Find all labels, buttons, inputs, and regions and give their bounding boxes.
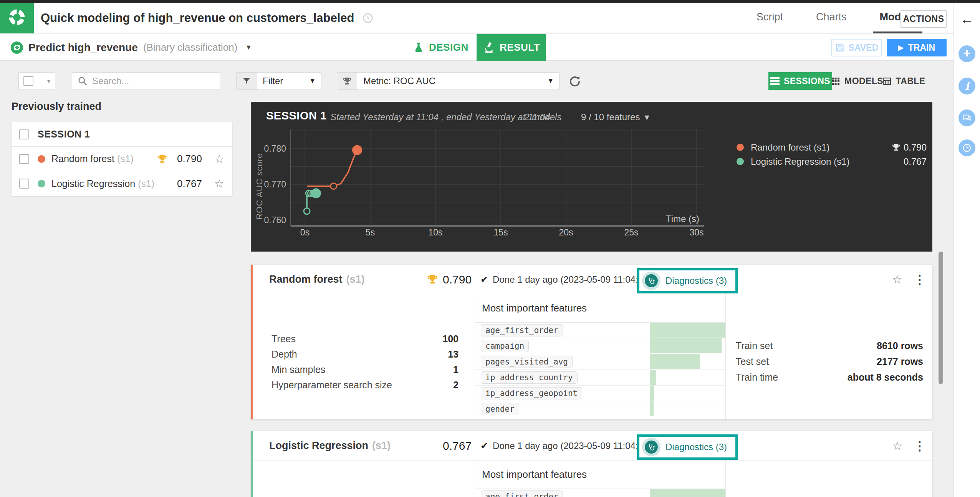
table-label: TABLE: [896, 76, 925, 86]
task-selector[interactable]: Predict high_revenue (Binary classificat…: [11, 34, 252, 61]
diagnostics-link[interactable]: Diagnostics (3): [665, 275, 727, 286]
diagnostics-highlight-box: Diagnostics (3): [637, 268, 738, 293]
grid-icon: [831, 76, 840, 86]
session-label: SESSION 1: [38, 129, 90, 140]
param-row: Trees100: [253, 331, 475, 346]
view-sessions-button[interactable]: SESSIONS: [768, 72, 832, 90]
svg-text:0s: 0s: [300, 227, 310, 237]
sessions-label: SESSIONS: [784, 76, 830, 86]
saved-button[interactable]: SAVED: [831, 39, 882, 56]
importance-bar: [650, 370, 656, 385]
right-rail: ← + i: [954, 3, 980, 497]
discussions-button[interactable]: [958, 109, 975, 126]
model-name: Random forest (s1): [51, 153, 151, 164]
stat-row: Train timeabout 8 seconds: [726, 369, 935, 385]
saved-label: SAVED: [849, 43, 879, 53]
design-tab-button[interactable]: DESIGN: [413, 34, 468, 61]
svg-text:0.760: 0.760: [264, 215, 286, 225]
legend-score: 0.790: [892, 142, 927, 153]
chevron-down-icon[interactable]: ▾: [47, 78, 50, 85]
view-table-button[interactable]: TABLE: [882, 72, 925, 90]
svg-text:20s: 20s: [559, 227, 573, 237]
diagnostics-link[interactable]: Diagnostics (3): [665, 442, 727, 452]
importance-bar: [650, 401, 654, 416]
svg-text:25s: 25s: [624, 227, 638, 237]
features-title: Most important features: [475, 294, 725, 323]
star-icon[interactable]: ☆: [892, 265, 902, 294]
param-row: Min samples1: [253, 362, 475, 377]
collapse-panel-arrow[interactable]: ←: [954, 11, 980, 27]
refresh-button[interactable]: [567, 74, 583, 89]
previously-trained-heading: Previously trained: [12, 101, 101, 113]
app-window: Quick modeling of high_revenue on custom…: [0, 0, 980, 497]
model-checkbox[interactable]: [19, 154, 29, 164]
model-card-logistic-regression: Logistic Regression(s1) 0.767 ✔ Done 1 d…: [251, 431, 932, 497]
session-list-header[interactable]: SESSION 1: [12, 122, 232, 147]
legend-item-logistic-regression[interactable]: Logistic Regression (s1) 0.767: [737, 154, 927, 169]
add-button[interactable]: +: [958, 45, 975, 62]
star-icon[interactable]: ☆: [214, 177, 224, 190]
tab-script[interactable]: Script: [750, 3, 790, 33]
legend-color-dot: [737, 144, 744, 151]
svg-text:5s: 5s: [366, 227, 375, 237]
session-checkbox[interactable]: [19, 129, 29, 139]
feature-row: pages_visited_avg: [475, 354, 725, 370]
model-checkbox[interactable]: [19, 179, 29, 189]
kebab-menu-icon[interactable]: ⋮: [914, 265, 926, 294]
header-bar: Quick modeling of high_revenue on custom…: [0, 3, 980, 33]
star-icon[interactable]: ☆: [214, 152, 224, 166]
model-card-body: Trees100 Depth13 Min samples1 Hyperparam…: [253, 294, 932, 419]
funnel-icon: [237, 73, 257, 89]
train-button[interactable]: ▶ TRAIN: [887, 39, 947, 56]
model-title[interactable]: Logistic Regression(s1): [269, 431, 391, 461]
kebab-menu-icon[interactable]: ⋮: [914, 431, 926, 461]
train-label: TRAIN: [908, 43, 935, 53]
model-score: 0.767: [174, 178, 202, 190]
design-label: DESIGN: [429, 41, 468, 53]
legend-item-random-forest[interactable]: Random forest (s1) 0.790: [737, 140, 927, 154]
result-tab-button[interactable]: RESULT: [477, 34, 546, 61]
legend-score: 0.767: [904, 156, 927, 167]
legend-color-dot: [737, 158, 744, 165]
session-list: SESSION 1 Random forest (s1) 0.790 ☆ Log…: [12, 122, 232, 196]
search-box[interactable]: [72, 72, 220, 90]
feature-row: gender: [475, 401, 725, 417]
autosave-clock-icon: [362, 12, 374, 24]
feature-row: age_first_order: [475, 489, 725, 497]
chevron-down-icon: ▼: [309, 77, 321, 85]
actions-button[interactable]: ACTIONS: [901, 10, 947, 28]
view-models-button[interactable]: MODELS: [832, 72, 882, 90]
check-icon: ✔: [480, 274, 488, 285]
list-item-random-forest[interactable]: Random forest (s1) 0.790 ☆: [12, 147, 232, 171]
feature-row: age_first_order: [475, 323, 725, 338]
vertical-scrollbar-thumb[interactable]: [939, 252, 943, 384]
select-all-control[interactable]: ▾: [18, 72, 55, 90]
importance-bar: [650, 338, 722, 353]
window-top-strip: [0, 0, 980, 3]
model-card-header: Random forest(s1) 0.790 ✔ Done 1 day ago…: [253, 265, 932, 294]
feature-pill: campaign: [481, 340, 529, 352]
app-logo[interactable]: [0, 3, 34, 33]
train-status: ✔ Done 1 day ago (2023-05-09 11:04:22): [480, 431, 651, 461]
svg-text:30s: 30s: [689, 227, 704, 237]
table-icon: [882, 76, 892, 86]
stat-row: Train set8610 rows: [726, 338, 935, 354]
session-features-dropdown[interactable]: 9 / 10 features ▾: [581, 112, 649, 123]
trophy-icon: [157, 154, 167, 164]
select-all-checkbox[interactable]: [23, 76, 33, 86]
feature-importance-list: Most important features age_first_order …: [475, 294, 725, 417]
feature-importance-list: Most important features age_first_order: [475, 461, 725, 497]
history-button[interactable]: [958, 139, 975, 156]
info-button[interactable]: i: [958, 78, 975, 94]
filter-dropdown[interactable]: Filter ▼: [236, 72, 321, 90]
series-color-dot: [38, 180, 45, 187]
list-item-logistic-regression[interactable]: Logistic Regression (s1) 0.767 ☆: [12, 171, 232, 196]
metric-dropdown[interactable]: Metric: ROC AUC ▼: [337, 72, 560, 90]
model-title[interactable]: Random forest(s1): [269, 265, 365, 294]
tab-charts[interactable]: Charts: [809, 3, 854, 33]
feature-pill: ip_address_geopoint: [481, 387, 582, 399]
search-input[interactable]: [92, 76, 207, 86]
feature-pill: age_first_order: [481, 324, 563, 336]
train-status: ✔ Done 1 day ago (2023-05-09 11:04:26): [480, 265, 651, 294]
star-icon[interactable]: ☆: [892, 431, 902, 461]
